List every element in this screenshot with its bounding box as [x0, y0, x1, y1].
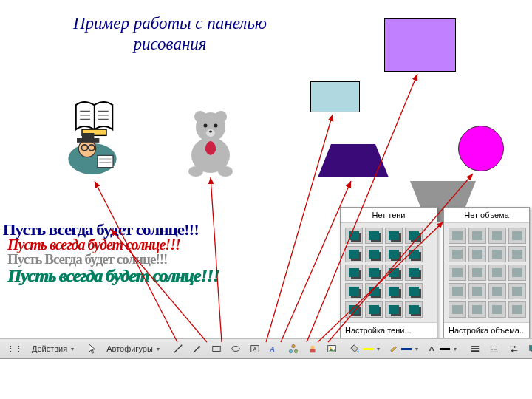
- 3d-option[interactable]: [488, 246, 506, 262]
- svg-point-14: [204, 124, 208, 128]
- shadow-option[interactable]: [345, 265, 363, 281]
- shape-rect-cyan[interactable]: [310, 81, 360, 112]
- book-icon: [74, 100, 115, 137]
- 3d-option[interactable]: [449, 283, 466, 299]
- 3d-option[interactable]: [488, 265, 506, 281]
- 3d-option[interactable]: [508, 265, 526, 281]
- shadow-option[interactable]: [385, 246, 403, 262]
- clipart-professor[interactable]: [66, 133, 118, 177]
- shadow-popup-caption[interactable]: Нет тени: [341, 208, 437, 223]
- wordart-tool[interactable]: A: [265, 341, 283, 356]
- 3d-option[interactable]: [468, 265, 486, 281]
- arrow-style-tool[interactable]: [505, 341, 522, 356]
- clipart-tool[interactable]: [304, 341, 321, 356]
- shadow-option[interactable]: [405, 246, 423, 262]
- 3d-option[interactable]: [488, 301, 506, 318]
- slide-title: Пример работы с панелью рисования: [52, 13, 288, 54]
- 3d-option[interactable]: [449, 265, 466, 281]
- shadow-option[interactable]: [385, 228, 403, 244]
- shadow-option[interactable]: [365, 265, 383, 281]
- insert-picture-tool[interactable]: [323, 341, 341, 356]
- shadow-option[interactable]: [345, 228, 363, 244]
- shadow-style-popup[interactable]: Нет тени Настройка тени...: [340, 207, 437, 338]
- shadow-option[interactable]: [345, 283, 363, 299]
- shape-trapezoid[interactable]: [318, 144, 389, 177]
- font-color-tool[interactable]: A: [423, 341, 460, 356]
- arrow-tool[interactable]: [188, 341, 206, 356]
- svg-rect-44: [529, 346, 532, 351]
- shape-rect-purple[interactable]: [384, 18, 456, 72]
- linestyle-icon: [470, 344, 480, 354]
- diagram-tool[interactable]: [284, 341, 302, 356]
- 3d-option[interactable]: [488, 283, 506, 299]
- wordart-sample-4[interactable]: Пусть всегда будет солнце!!!: [7, 266, 219, 286]
- svg-text:A: A: [253, 347, 256, 352]
- line-color-tool[interactable]: [385, 341, 422, 356]
- 3d-option[interactable]: [468, 246, 486, 262]
- 3d-style-popup[interactable]: Нет объема Настройка объема..: [443, 207, 530, 338]
- 3d-option[interactable]: [449, 228, 466, 244]
- svg-point-28: [289, 349, 292, 352]
- shadow-option[interactable]: [365, 301, 383, 318]
- 3d-option[interactable]: [508, 283, 526, 299]
- shadow-option[interactable]: [405, 301, 423, 318]
- professor-icon: [66, 133, 118, 176]
- shadow-option[interactable]: [385, 283, 403, 299]
- line-tool[interactable]: [169, 341, 187, 356]
- 3d-option[interactable]: [508, 228, 526, 244]
- shadow-option[interactable]: [385, 301, 403, 318]
- move-handle-icon[interactable]: ⋮⋮: [3, 342, 27, 356]
- shadow-option[interactable]: [365, 246, 383, 262]
- shadow-option[interactable]: [365, 283, 383, 299]
- shadow-option[interactable]: [405, 283, 423, 299]
- pointer-icon: [87, 344, 98, 354]
- rectangle-tool[interactable]: [208, 341, 225, 356]
- 3d-popup-caption[interactable]: Нет объема: [444, 208, 529, 223]
- drawing-toolbar: ⋮⋮ Действия Автофигуры A A A: [0, 338, 532, 359]
- linecolor-icon: [389, 344, 399, 354]
- svg-text:A: A: [429, 344, 434, 352]
- oval-tool[interactable]: [227, 341, 245, 356]
- fill-color-tool[interactable]: [347, 341, 383, 356]
- clipart-book[interactable]: [74, 100, 115, 137]
- shadow-option[interactable]: [405, 265, 423, 281]
- bear-icon: [181, 103, 240, 177]
- wordart-sample-3[interactable]: Пусть Всегда будет солнце!!!: [7, 251, 167, 267]
- 3d-option[interactable]: [468, 228, 486, 244]
- shape-circle[interactable]: [458, 126, 504, 171]
- 3d-settings-link[interactable]: Настройка объема..: [444, 322, 529, 338]
- 3d-option[interactable]: [488, 228, 506, 244]
- svg-line-47: [211, 177, 222, 342]
- textbox-tool[interactable]: A: [246, 341, 264, 356]
- svg-point-30: [310, 346, 314, 349]
- shadow-style-grid: [341, 223, 437, 322]
- clipart-teddy-bear[interactable]: [181, 103, 240, 177]
- svg-rect-31: [310, 349, 315, 352]
- 3d-option[interactable]: [508, 246, 526, 262]
- shadow-option[interactable]: [405, 228, 423, 244]
- shadow-style-tool[interactable]: [524, 341, 532, 356]
- 3d-option[interactable]: [508, 301, 526, 318]
- arrowstyle-icon: [508, 344, 519, 354]
- picture-icon: [327, 344, 337, 354]
- shadow-option[interactable]: [345, 246, 363, 262]
- svg-point-12: [194, 111, 206, 123]
- title-line1: Пример работы с панелью: [73, 14, 267, 33]
- svg-point-18: [188, 166, 203, 177]
- 3d-option[interactable]: [468, 301, 486, 318]
- shadow-settings-link[interactable]: Настройка тени...: [341, 322, 437, 338]
- line-style-tool[interactable]: [466, 341, 484, 356]
- autoshapes-menu[interactable]: Автофигуры: [103, 342, 163, 355]
- shadow-option[interactable]: [365, 228, 383, 244]
- shadow-option[interactable]: [345, 301, 363, 318]
- shadow-option[interactable]: [385, 265, 403, 281]
- fill-swatch: [363, 348, 373, 350]
- svg-point-17: [209, 131, 212, 133]
- wordart-icon: A: [269, 344, 279, 354]
- pointer-tool[interactable]: [83, 341, 101, 356]
- actions-menu[interactable]: Действия: [28, 342, 78, 355]
- 3d-option[interactable]: [449, 246, 466, 262]
- 3d-option[interactable]: [449, 301, 466, 318]
- 3d-option[interactable]: [468, 283, 486, 299]
- dash-style-tool[interactable]: [485, 341, 503, 356]
